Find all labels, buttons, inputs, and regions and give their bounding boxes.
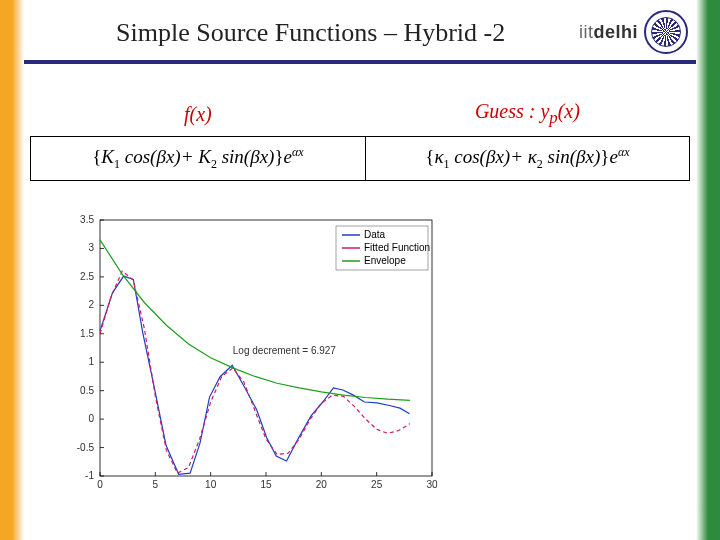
damped-oscillation-chart: 051015202530-1-0.500.511.522.533.5Log de… bbox=[62, 210, 442, 500]
svg-text:Fitted Function: Fitted Function bbox=[364, 242, 430, 253]
slide-header: Simple Source Functions – Hybrid -2 iitd… bbox=[24, 0, 696, 64]
brand-logo: iitdelhi bbox=[579, 10, 688, 54]
svg-text:20: 20 bbox=[316, 479, 328, 490]
formula-table: f(x) Guess : yp(x) {K1 cos(βx)+ K2 sin(β… bbox=[30, 92, 690, 181]
svg-text:30: 30 bbox=[426, 479, 438, 490]
svg-text:0: 0 bbox=[88, 413, 94, 424]
left-accent-stripe bbox=[0, 0, 24, 540]
svg-text:-1: -1 bbox=[85, 470, 94, 481]
cell-guess-formula: {κ1 cos(βx)+ κ2 sin(βx)}eαx bbox=[365, 137, 689, 181]
svg-text:Envelope: Envelope bbox=[364, 255, 406, 266]
svg-text:1.5: 1.5 bbox=[80, 328, 94, 339]
svg-text:10: 10 bbox=[205, 479, 217, 490]
svg-text:0: 0 bbox=[97, 479, 103, 490]
svg-text:3.5: 3.5 bbox=[80, 214, 94, 225]
svg-text:15: 15 bbox=[260, 479, 272, 490]
svg-text:2: 2 bbox=[88, 299, 94, 310]
svg-text:Log decrement = 6.927: Log decrement = 6.927 bbox=[233, 345, 337, 356]
svg-text:-0.5: -0.5 bbox=[77, 442, 95, 453]
svg-text:25: 25 bbox=[371, 479, 383, 490]
svg-text:0.5: 0.5 bbox=[80, 385, 94, 396]
col-header-guess: Guess : yp(x) bbox=[365, 92, 689, 137]
brand-text: iitdelhi bbox=[579, 22, 638, 43]
svg-text:5: 5 bbox=[153, 479, 159, 490]
crest-icon bbox=[644, 10, 688, 54]
col-header-fx: f(x) bbox=[31, 92, 366, 137]
page-title: Simple Source Functions – Hybrid -2 bbox=[116, 18, 505, 48]
svg-text:3: 3 bbox=[88, 242, 94, 253]
svg-text:1: 1 bbox=[88, 356, 94, 367]
right-accent-stripe bbox=[696, 0, 720, 540]
slide-content: Simple Source Functions – Hybrid -2 iitd… bbox=[24, 0, 696, 540]
svg-text:Data: Data bbox=[364, 229, 386, 240]
svg-text:2.5: 2.5 bbox=[80, 271, 94, 282]
cell-fx-formula: {K1 cos(βx)+ K2 sin(βx)}eαx bbox=[31, 137, 366, 181]
